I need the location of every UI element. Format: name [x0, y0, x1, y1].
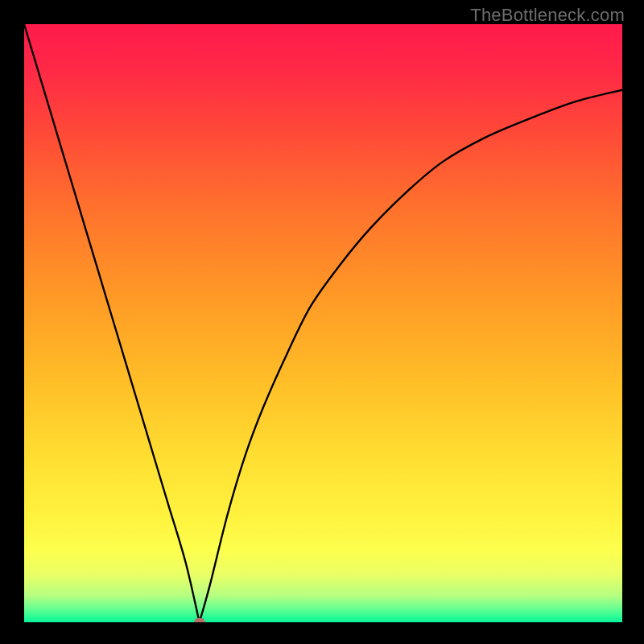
watermark-text: TheBottleneck.com — [470, 5, 625, 26]
plot-area — [24, 24, 622, 622]
frame-bottom — [0, 622, 644, 644]
bottleneck-curve — [24, 24, 622, 622]
curve-layer — [24, 24, 622, 622]
stage: TheBottleneck.com — [0, 0, 644, 644]
frame-left — [0, 0, 24, 644]
frame-right — [622, 0, 644, 644]
